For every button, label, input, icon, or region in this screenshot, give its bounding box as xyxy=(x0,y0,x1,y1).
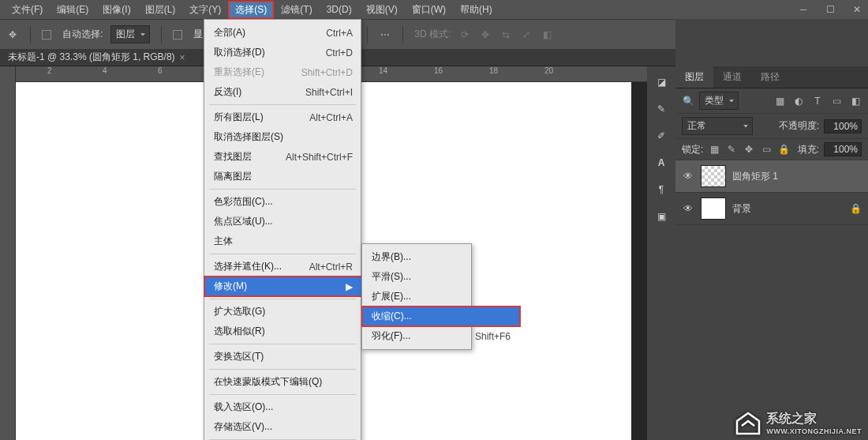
right-panels: 图层 通道 路径 🔍 类型 ▦ ◐ T ▭ ◧ 正常 不透明度: 100% 锁定… xyxy=(675,19,868,440)
menu-bar: 文件(F) 编辑(E) 图像(I) 图层(L) 文字(Y) 选择(S) 滤镜(T… xyxy=(0,0,868,19)
menu-layer[interactable]: 图层(L) xyxy=(138,1,183,19)
menu-select[interactable]: 选择(S) xyxy=(228,1,274,19)
filter-type-icon[interactable]: T xyxy=(811,95,824,107)
layer-thumbnail[interactable] xyxy=(701,165,726,187)
opacity-input[interactable]: 100% xyxy=(824,119,862,134)
autoselect-checkbox[interactable] xyxy=(42,30,51,39)
menu-item[interactable]: 取消选择(D)Ctrl+D xyxy=(204,43,362,62)
menu-3d[interactable]: 3D(D) xyxy=(320,2,359,17)
document-title: 未标题-1 @ 33.3% (圆角矩形 1, RGB/8) xyxy=(8,51,175,64)
watermark: 系统之家 WWW.XITONGZHIJIA.NET xyxy=(735,411,862,435)
3d-orbit-icon[interactable]: ⟳ xyxy=(458,28,471,41)
3d-pan-icon[interactable]: ✥ xyxy=(479,28,492,41)
menu-item[interactable]: 边界(B)... xyxy=(362,247,520,267)
lock-artboard-icon[interactable]: ▭ xyxy=(760,143,773,156)
show-transform-checkbox[interactable] xyxy=(173,30,182,39)
layer-name[interactable]: 背景 xyxy=(732,202,751,216)
layers-list: 👁 圆角矩形 1 👁 背景 🔒 xyxy=(675,160,868,225)
lock-icon[interactable]: 🔒 xyxy=(850,203,862,214)
tab-paths[interactable]: 路径 xyxy=(751,66,789,88)
move-tool-icon[interactable]: ✥ xyxy=(6,28,19,41)
menu-item[interactable]: 在快速蒙版模式下编辑(Q) xyxy=(204,372,362,392)
3d-scale-icon[interactable]: ◧ xyxy=(541,28,553,41)
3d-zoom-icon[interactable]: ⤢ xyxy=(520,28,533,41)
menu-window[interactable]: 窗口(W) xyxy=(405,1,453,19)
select-menu-dropdown: 全部(A)Ctrl+A取消选择(D)Ctrl+D重新选择(E)Shift+Ctr… xyxy=(204,19,361,440)
lock-all-icon[interactable]: 🔒 xyxy=(777,143,790,156)
brush-settings-icon[interactable]: ✐ xyxy=(655,130,668,142)
menu-item[interactable]: 选择并遮住(K)...Alt+Ctrl+R xyxy=(204,257,362,276)
show-label: 显 xyxy=(193,28,203,41)
menu-item[interactable]: 所有图层(L)Alt+Ctrl+A xyxy=(204,107,362,127)
menu-type[interactable]: 文字(Y) xyxy=(182,1,228,19)
lock-position-icon[interactable]: ✥ xyxy=(743,143,755,156)
more-icon[interactable]: ⋯ xyxy=(379,28,391,41)
tab-channels[interactable]: 通道 xyxy=(713,66,751,88)
menu-item[interactable]: 主体 xyxy=(204,231,362,251)
3d-icon[interactable]: ▣ xyxy=(655,210,668,223)
paragraph-icon[interactable]: ¶ xyxy=(655,183,668,196)
opacity-label: 不透明度: xyxy=(779,119,819,133)
layer-row[interactable]: 👁 圆角矩形 1 xyxy=(675,160,868,193)
menu-edit[interactable]: 编辑(E) xyxy=(50,1,95,19)
menu-item[interactable]: 扩大选取(G) xyxy=(204,302,362,322)
menu-image[interactable]: 图像(I) xyxy=(95,1,137,19)
menu-item[interactable]: 载入选区(O)... xyxy=(204,397,362,417)
menu-item[interactable]: 隔离图层 xyxy=(204,167,362,186)
menu-item[interactable]: 焦点区域(U)... xyxy=(204,212,362,231)
fill-input[interactable]: 100% xyxy=(824,142,862,156)
3d-slide-icon[interactable]: ⇆ xyxy=(499,28,512,41)
minimize-icon[interactable]: ─ xyxy=(797,3,810,16)
menu-item[interactable]: 存储选区(V)... xyxy=(204,417,362,437)
menu-item[interactable]: 平滑(S)... xyxy=(362,267,520,287)
layer-filter-dropdown[interactable]: 类型 xyxy=(699,92,739,110)
vertical-ruler xyxy=(0,66,16,440)
menu-item[interactable]: 反选(I)Shift+Ctrl+I xyxy=(204,82,362,102)
autoselect-dropdown[interactable]: 图层 xyxy=(110,25,150,43)
character-icon[interactable]: A xyxy=(655,156,668,169)
menu-item[interactable]: 色彩范围(C)... xyxy=(204,192,362,212)
lock-label: 锁定: xyxy=(682,143,703,156)
history-icon[interactable]: ◪ xyxy=(655,76,668,88)
modify-submenu: 边界(B)...平滑(S)...扩展(E)...收缩(C)...羽化(F)...… xyxy=(361,243,472,350)
collapsed-panel-strip: ◪ ✎ ✐ A ¶ ▣ xyxy=(647,66,675,440)
layer-name[interactable]: 圆角矩形 1 xyxy=(732,170,778,183)
filter-pixel-icon[interactable]: ▦ xyxy=(773,95,786,107)
filter-adjust-icon[interactable]: ◐ xyxy=(792,95,805,107)
filter-shape-icon[interactable]: ▭ xyxy=(830,95,843,107)
menu-item[interactable]: 变换选区(T) xyxy=(204,347,362,367)
lock-transparent-icon[interactable]: ▦ xyxy=(708,143,720,156)
close-tab-icon[interactable]: × xyxy=(180,52,185,63)
menu-item[interactable]: 选取相似(R) xyxy=(204,322,362,341)
visibility-icon[interactable]: 👁 xyxy=(682,171,694,182)
lock-paint-icon[interactable]: ✎ xyxy=(725,143,738,156)
fill-label: 填充: xyxy=(798,143,819,156)
menu-filter[interactable]: 滤镜(T) xyxy=(274,1,319,19)
menu-item[interactable]: 收缩(C)... xyxy=(362,306,520,326)
tab-layers[interactable]: 图层 xyxy=(675,66,713,88)
blend-mode-dropdown[interactable]: 正常 xyxy=(682,117,753,135)
filter-smart-icon[interactable]: ◧ xyxy=(849,95,862,107)
visibility-icon[interactable]: 👁 xyxy=(682,203,694,214)
menu-item[interactable]: 扩展(E)... xyxy=(362,287,520,306)
search-icon[interactable]: 🔍 xyxy=(682,95,694,107)
close-icon[interactable]: ✕ xyxy=(851,3,863,16)
brush-icon[interactable]: ✎ xyxy=(655,103,668,115)
layer-row[interactable]: 👁 背景 🔒 xyxy=(675,193,868,225)
menu-item[interactable]: 羽化(F)...Shift+F6 xyxy=(362,326,520,346)
menu-item[interactable]: 修改(M)▶ xyxy=(204,276,362,296)
layer-thumbnail[interactable] xyxy=(701,197,726,220)
menu-help[interactable]: 帮助(H) xyxy=(453,1,499,19)
3d-mode-label: 3D 模式: xyxy=(414,28,451,41)
menu-file[interactable]: 文件(F) xyxy=(5,1,50,19)
menu-item[interactable]: 查找图层Alt+Shift+Ctrl+F xyxy=(204,147,362,167)
maximize-icon[interactable]: ☐ xyxy=(824,3,836,16)
autoselect-label: 自动选择: xyxy=(62,28,103,41)
menu-item[interactable]: 取消选择图层(S) xyxy=(204,127,362,147)
panel-tabs: 图层 通道 路径 xyxy=(675,66,868,88)
menu-item[interactable]: 全部(A)Ctrl+A xyxy=(204,23,362,43)
menu-item: 重新选择(E)Shift+Ctrl+D xyxy=(204,62,362,82)
menu-view[interactable]: 视图(V) xyxy=(359,1,405,19)
